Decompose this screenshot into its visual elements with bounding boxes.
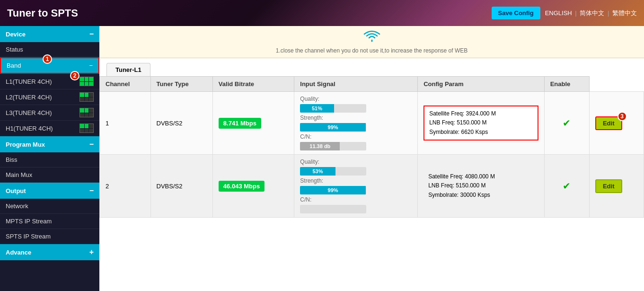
row2-cn-label: C/N: (300, 196, 412, 203)
sidebar-section-advance[interactable]: Advance + (0, 244, 99, 260)
device-toggle-icon: − (89, 30, 94, 38)
app-title: Tuner to SPTS (7, 7, 78, 19)
row1-bitrate: 8.741 Mbps (212, 92, 294, 155)
row2-quality-bar: 53% (300, 167, 366, 176)
biss-label: Biss (6, 156, 18, 163)
row2-edit-cell: Edit (589, 155, 644, 218)
main-content: ForoiSP 1.close the channel when you do … (99, 26, 644, 291)
header: Tuner to SPTS Save Config ENGLISH | 简体中文… (0, 0, 644, 26)
sidebar-item-l2[interactable]: L2(TUNER 4CH) (0, 89, 99, 105)
row1-sat-freq: Satellite Freq: 3924.000 M (429, 109, 533, 118)
row1-strength-fill: 99% (300, 123, 366, 132)
l1-label: L1(TUNER 4CH) (6, 78, 79, 85)
sidebar-item-l1[interactable]: L1(TUNER 4CH) (0, 74, 99, 89)
col-config-param: Config Param (418, 77, 545, 92)
col-valid-bitrate: Valid Bitrate (212, 77, 294, 92)
row1-cn-fill: 11.38 db (300, 142, 340, 150)
table-row: 2 DVBS/S2 46.043 Mbps Quality: 53% (100, 155, 644, 218)
row2-cn-bar (300, 205, 366, 213)
notice-bar: 1.close the channel when you do not use … (99, 26, 644, 58)
program-mux-label: Program Mux (6, 141, 45, 148)
row1-tuner-type: DVBS/S2 (150, 92, 212, 155)
sidebar-item-l3[interactable]: L3(TUNER 4CH) (0, 105, 99, 121)
mpts-ip-stream-label: MPTS IP Stream (6, 218, 52, 225)
data-table: Channel Tuner Type Valid Bitrate Input S… (99, 76, 644, 218)
row2-strength-label: Strength: (300, 177, 412, 184)
row2-channel: 2 (100, 155, 151, 218)
advance-toggle: + (89, 248, 94, 256)
row1-bitrate-badge: 8.741 Mbps (219, 118, 261, 129)
h1-label: H1(TUNER 4CH) (6, 125, 79, 132)
row2-signal: Quality: 53% Strength: 99% (294, 155, 418, 218)
lang-traditional[interactable]: 繁體中文 (612, 9, 637, 17)
row2-symbolrate: Symbolrate: 30000 Ksps (428, 191, 534, 200)
col-enable: Enable (544, 77, 589, 92)
h1-grid (79, 123, 94, 133)
program-mux-toggle: − (89, 140, 94, 149)
sidebar-item-spts-ip-stream[interactable]: SPTS IP Stream (0, 229, 99, 244)
row1-config-param: Satellite Freq: 3924.000 M LNB Freq: 515… (418, 92, 545, 155)
l3-label: L3(TUNER 4CH) (6, 109, 79, 116)
sidebar-item-main-mux[interactable]: Main Mux (0, 168, 99, 183)
status-label: Status (6, 46, 23, 53)
save-config-button[interactable]: Save Config (492, 7, 540, 19)
row2-config-param: Satellite Freq: 4080.000 M LNB Freq: 515… (418, 155, 545, 218)
row1-quality-bar: 51% (300, 104, 366, 113)
lang-simplified[interactable]: 简体中文 (580, 9, 604, 17)
row2-quality-label: Quality: (300, 159, 412, 165)
sidebar-item-mpts-ip-stream[interactable]: MPTS IP Stream (0, 214, 99, 229)
tab-bar: Tuner-L1 (99, 58, 644, 76)
row2-signal-group: Quality: 53% Strength: 99% (300, 159, 412, 213)
output-toggle: − (89, 186, 94, 195)
row2-bitrate: 46.043 Mbps (212, 155, 294, 218)
sidebar-section-program-mux[interactable]: Program Mux − (0, 136, 99, 152)
main-layout: Device − Status Band − 1 L1(TUNER 4CH) (0, 26, 644, 291)
row1-cn-label: C/N: (300, 133, 412, 140)
row2-tuner-type: DVBS/S2 (150, 155, 212, 218)
row2-enable: ✔ (544, 155, 589, 218)
row2-checkmark: ✔ (563, 181, 571, 191)
row1-quality-label: Quality: (300, 96, 412, 102)
tab-tuner-l1[interactable]: Tuner-L1 (106, 63, 150, 76)
row2-quality-fill: 53% (300, 167, 335, 176)
row1-signal: Quality: 51% Strength: 99% (294, 92, 418, 155)
col-input-signal: Input Signal (294, 77, 418, 92)
sidebar-item-biss[interactable]: Biss (0, 152, 99, 168)
l2-grid (79, 92, 94, 102)
lang-english[interactable]: ENGLISH (545, 9, 572, 17)
language-selector: ENGLISH | 简体中文 | 繁體中文 (545, 9, 637, 18)
device-section-label: Device (6, 31, 26, 38)
sidebar-section-device[interactable]: Device − (0, 26, 99, 42)
wifi-icon (109, 30, 635, 46)
band-toggle-icon: − (89, 62, 93, 69)
sidebar: Device − Status Band − 1 L1(TUNER 4CH) (0, 26, 99, 291)
l1-row-wrapper: L1(TUNER 4CH) 2 (0, 74, 99, 89)
row2-strength-bar: 99% (300, 186, 366, 194)
row1-quality-fill: 51% (300, 104, 334, 113)
col-channel: Channel (100, 77, 151, 92)
notice-text: 1.close the channel when you do not use … (276, 47, 468, 54)
band-row-wrapper: Band − 1 (0, 57, 99, 74)
advance-label: Advance (6, 249, 31, 256)
row1-lnb-freq: LNB Freq: 5150.000 M (429, 118, 533, 127)
row2-lnb-freq: LNB Freq: 5150.000 M (428, 181, 534, 190)
row2-sat-freq: Satellite Freq: 4080.000 M (428, 172, 534, 181)
row1-edit-badge-wrap: Edit 3 (595, 116, 622, 130)
header-right: Save Config ENGLISH | 简体中文 | 繁體中文 (492, 7, 637, 19)
l2-label: L2(TUNER 4CH) (6, 94, 79, 101)
sidebar-item-network[interactable]: Network (0, 199, 99, 214)
table-area: Channel Tuner Type Valid Bitrate Input S… (99, 76, 644, 218)
row2-config-box: Satellite Freq: 4080.000 M LNB Freq: 515… (423, 169, 538, 203)
sidebar-item-h1[interactable]: H1(TUNER 4CH) (0, 121, 99, 136)
spts-ip-stream-label: SPTS IP Stream (6, 233, 51, 240)
table-row: 1 DVBS/S2 8.741 Mbps Quality: 51% (100, 92, 644, 155)
row1-strength-bar: 99% (300, 123, 366, 132)
col-tuner-type: Tuner Type (150, 77, 212, 92)
row2-edit-button[interactable]: Edit (595, 179, 622, 193)
main-mux-label: Main Mux (6, 171, 32, 178)
l3-grid (79, 108, 94, 117)
l1-grid (79, 77, 94, 86)
output-label: Output (6, 187, 26, 194)
row1-config-box: Satellite Freq: 3924.000 M LNB Freq: 515… (423, 106, 538, 141)
sidebar-section-output[interactable]: Output − (0, 183, 99, 199)
